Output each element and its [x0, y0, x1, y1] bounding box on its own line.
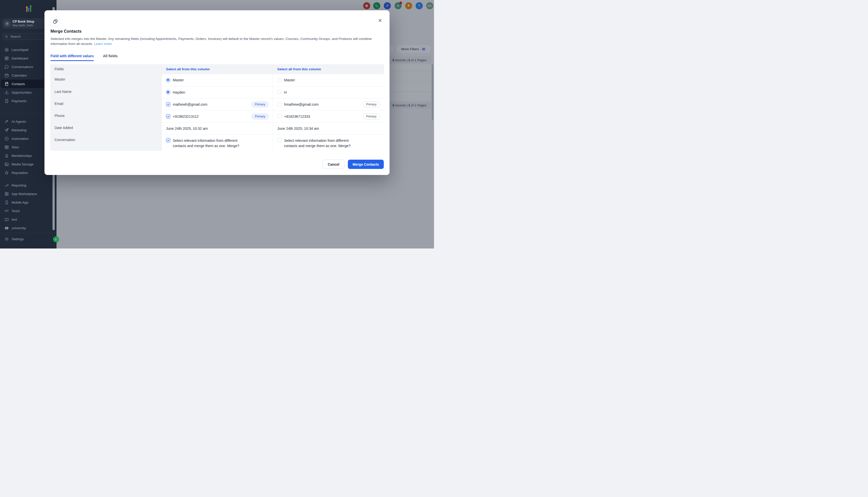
learn-more-link[interactable]: Learn more: [94, 42, 112, 46]
media-storage-icon: [4, 162, 9, 167]
sidebar-item-label: Mobile App: [12, 201, 28, 204]
cell-master-master: Master: [162, 74, 273, 86]
modal-description: Selected info merges into the Master. An…: [51, 37, 382, 46]
merge-contacts-modal: Merge Contacts Selected info merges into…: [44, 10, 390, 175]
checkbox-checked[interactable]: [166, 114, 170, 118]
sidebar-collapse-button[interactable]: ‹: [53, 237, 59, 242]
test-icon: [4, 217, 9, 222]
app-logo-icon: [23, 4, 33, 14]
tab-field-with-different-values[interactable]: Field with different values: [51, 54, 94, 61]
sites-icon: [4, 145, 9, 150]
cell-value: mathewh@gmail.com: [173, 102, 208, 106]
marketing-icon: [4, 128, 9, 132]
cell-value: Master: [284, 78, 295, 82]
sidebar-item-test3[interactable]: 知乎Test3: [0, 207, 56, 215]
cell-conversation-duplicate: Select relevant information from differe…: [273, 134, 384, 151]
sidebar-item-mobile-app[interactable]: Mobile App: [0, 198, 56, 207]
sidebar-footer: Settings: [0, 233, 56, 248]
sidebar-item-reporting[interactable]: Reporting: [0, 181, 56, 189]
reputation-icon: [4, 170, 9, 175]
sidebar-item-test[interactable]: test: [0, 215, 56, 224]
sidebar-item-app-marketplace[interactable]: App Marketplace: [0, 189, 56, 198]
sidebar-item-label: Memberships: [12, 154, 32, 158]
sidebar-item-label: Sites: [12, 145, 19, 149]
radio-selected[interactable]: [166, 90, 170, 94]
location-city: New Delhi, Delhi: [13, 24, 34, 27]
field-label-master: Master: [50, 74, 162, 86]
test3-icon: 知乎: [4, 209, 9, 213]
cell-value: H: [284, 90, 286, 94]
cell-last-name-duplicate: H: [273, 86, 384, 98]
automation-icon: [4, 136, 9, 141]
select-all-right-link[interactable]: Select all from this column: [273, 64, 384, 74]
sidebar-item-label: Payments: [12, 99, 27, 103]
modal-title: Merge Contacts: [51, 29, 82, 34]
sidebar-item-settings[interactable]: Settings: [0, 235, 56, 243]
sidebar-item-label: Dashboard: [12, 56, 28, 60]
checkbox-checked[interactable]: [166, 102, 170, 106]
field-label-last-name: Last Name: [50, 86, 162, 98]
cell-master-duplicate: Master: [273, 74, 384, 86]
cell-value: +919823213112: [173, 114, 199, 118]
mobile-app-icon: [4, 200, 9, 205]
radio-selected[interactable]: [166, 78, 170, 82]
cell-date-added-master: June 24th 2025, 10:32 am: [162, 122, 273, 134]
location-name: CP Book Shop: [13, 20, 34, 24]
sidebar-item-label: Automation: [12, 137, 29, 141]
cell-value: June 24th 2025, 10:32 am: [166, 127, 208, 130]
memberships-icon: [4, 153, 9, 158]
field-label-email: Email: [50, 98, 162, 110]
cancel-button[interactable]: Cancel: [322, 160, 345, 169]
sidebar-item-label: Launchpad: [12, 48, 28, 52]
primary-badge: Primary: [251, 113, 269, 119]
cell-last-name-master: Hayden: [162, 86, 273, 98]
table-header-fields: Fields: [50, 64, 162, 74]
radio-unselected[interactable]: [277, 78, 282, 82]
sidebar-item-label: Contacts: [12, 82, 25, 86]
select-all-left-link[interactable]: Select all from this column: [162, 64, 273, 74]
contacts-icon: [4, 82, 9, 86]
opportunities-icon: [4, 90, 9, 95]
svg-text:$: $: [6, 100, 7, 102]
checkbox-unchecked[interactable]: [277, 102, 282, 106]
checkbox-unchecked[interactable]: [277, 114, 282, 118]
cell-conversation-master: Select relevant information from differe…: [162, 134, 273, 151]
radio-unselected[interactable]: [277, 90, 282, 94]
checkbox-checked[interactable]: [166, 138, 170, 142]
close-icon[interactable]: [378, 18, 382, 23]
sidebar-item-label: Conversations: [12, 65, 33, 69]
merge-table: FieldsSelect all from this columnSelect …: [50, 64, 384, 151]
search-input[interactable]: [10, 34, 43, 39]
sidebar-item-label: test: [12, 218, 17, 222]
university-icon: [4, 226, 9, 230]
sidebar-item-label: Reporting: [12, 184, 26, 187]
cell-value: +918236712333: [284, 114, 310, 118]
cell-value: Hayden: [173, 90, 185, 94]
tab-all-fields[interactable]: All fields: [103, 54, 117, 61]
location-pin-icon: [4, 20, 10, 27]
primary-badge: Primary: [363, 101, 380, 108]
sidebar-item-label: Test3: [12, 209, 19, 213]
sidebar-item-label: AI Agents: [12, 120, 26, 124]
cell-value: June 24th 2025, 10:34 am: [277, 127, 319, 130]
search-icon: [5, 35, 8, 38]
sidebar-item-label: Calendars: [12, 73, 27, 77]
calendars-icon: [4, 73, 9, 78]
sidebar-item-label: App Marketplace: [12, 192, 37, 196]
sidebar-item-label: Opportunities: [12, 90, 32, 94]
settings-gear-icon: [4, 237, 9, 241]
cell-value: Select relevant information from differe…: [173, 138, 248, 148]
merge-contacts-button[interactable]: Merge Contacts: [348, 160, 384, 169]
conversations-icon: [4, 65, 9, 69]
sidebar-item-university[interactable]: university: [0, 224, 56, 232]
modal-tabs: Field with different values All fields: [51, 54, 117, 61]
ai-agents-icon: [4, 119, 9, 124]
cell-phone-master: +919823213112Primary: [162, 110, 273, 122]
field-label-date-added: Date Added: [50, 122, 162, 134]
checkbox-unchecked[interactable]: [277, 138, 282, 142]
primary-badge: Primary: [251, 101, 269, 108]
sidebar-item-label: university: [12, 226, 26, 230]
payments-icon: $: [4, 99, 9, 103]
cell-phone-duplicate: +918236712333Primary: [273, 110, 384, 122]
sidebar-item-label: Reputation: [12, 171, 28, 175]
